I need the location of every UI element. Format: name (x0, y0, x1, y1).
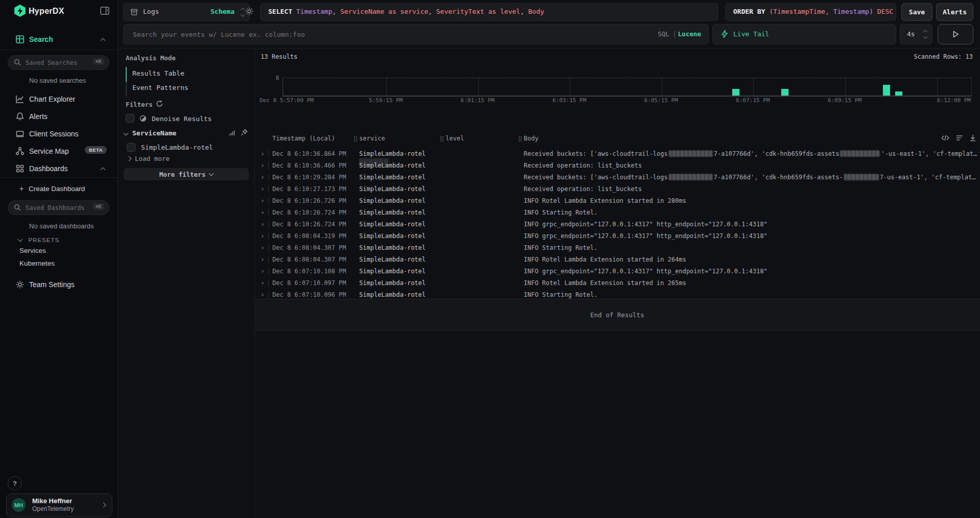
alerts-button[interactable]: Alerts (936, 3, 973, 21)
row-separator (268, 221, 269, 228)
expand-row-icon[interactable]: › (261, 208, 265, 216)
chevron-up-icon[interactable] (101, 168, 106, 173)
sidebar-item-dashboards[interactable]: Dashboards (0, 163, 118, 175)
expand-row-icon[interactable]: › (261, 173, 265, 181)
sidebar-item-team-settings[interactable]: Team Settings (0, 279, 118, 291)
refresh-icon[interactable] (156, 100, 163, 107)
expand-row-icon[interactable]: › (261, 279, 265, 287)
column-drag-handle[interactable] (518, 136, 522, 142)
facet-chart-icon[interactable] (228, 129, 236, 136)
download-icon[interactable] (969, 134, 977, 142)
order-by-input[interactable]: ORDER BY (TimestampTime, Timestamp) DESC (725, 3, 896, 21)
saved-searches-search[interactable]: ⌘K (8, 55, 109, 70)
mode-rail (126, 67, 127, 97)
gear-icon[interactable] (245, 7, 254, 16)
expand-row-icon[interactable]: › (261, 255, 265, 263)
event-search-box[interactable]: SQL | Lucene (123, 24, 709, 44)
log-row[interactable]: ›Dec 8 6:08:04.307 PMSimpleLambda-rotelI… (254, 254, 980, 266)
log-row[interactable]: ›Dec 8 6:08:04.307 PMSimpleLambda-rotelI… (254, 242, 980, 254)
saved-dashboards-input[interactable] (25, 201, 88, 215)
expand-row-icon[interactable]: › (261, 185, 265, 193)
log-row[interactable]: ›Dec 8 6:07:10.097 PMSimpleLambda-rotelI… (254, 277, 980, 289)
save-button[interactable]: Save (901, 3, 932, 21)
more-filters-button[interactable]: More filters (124, 168, 249, 180)
cell-body: Received operation: list_buckets (524, 185, 980, 193)
cell-service: SimpleLambda-rotel (359, 244, 426, 251)
select-sql: SELECT Timestamp, ServiceName as service… (268, 8, 544, 15)
sidebar-item-search[interactable]: Search (0, 34, 118, 46)
expand-row-icon[interactable]: › (261, 244, 265, 251)
mode-event-patterns[interactable]: Event Patterns (132, 84, 189, 91)
expand-row-icon[interactable]: › (261, 197, 265, 204)
select-query-input[interactable]: SELECT Timestamp, ServiceName as service… (260, 3, 718, 21)
cell-body: INFO Starting Rotel. (524, 244, 980, 251)
log-row[interactable]: ›Dec 8 6:07:10.108 PMSimpleLambda-rotelI… (254, 266, 980, 277)
load-more-link[interactable]: Load more (135, 155, 170, 162)
facet-name[interactable]: ServiceName (132, 129, 176, 137)
column-drag-handle[interactable] (354, 136, 357, 142)
log-row[interactable]: ›Dec 8 6:10:26.724 PMSimpleLambda-rotelI… (254, 207, 980, 219)
facet-value-checkbox[interactable] (127, 143, 135, 152)
lang-sql[interactable]: SQL (658, 30, 669, 38)
sidebar-item-client-sessions[interactable]: Client Sessions (0, 128, 118, 140)
sidebar-item-service-map[interactable]: Service Map BETA (0, 146, 118, 158)
expand-row-icon[interactable]: › (261, 267, 265, 275)
column-drag-handle[interactable] (440, 136, 444, 142)
no-saved-dashboards-note: No saved dashboards (29, 222, 94, 230)
col-timestamp[interactable]: Timestamp (Local) (272, 135, 335, 142)
mode-results-table[interactable]: Results Table (132, 69, 184, 77)
histogram-bar[interactable] (895, 91, 902, 96)
user-menu[interactable]: MH Mike Heffner OpenTelemetry (6, 493, 112, 517)
create-dashboard-button[interactable]: + Create Dashboard (0, 183, 118, 196)
histogram-bar[interactable] (732, 89, 739, 96)
code-view-icon[interactable] (941, 134, 949, 142)
saved-searches-input[interactable] (25, 56, 88, 69)
select-chevrons-icon (241, 8, 244, 16)
histogram-bar[interactable] (781, 89, 788, 96)
log-row[interactable]: ›Dec 8 6:08:04.319 PMSimpleLambda-rotelI… (254, 230, 980, 242)
expand-row-icon[interactable]: › (261, 161, 265, 169)
sidebar-item-chart-explorer[interactable]: Chart Explorer (0, 93, 118, 106)
divider (0, 50, 118, 50)
log-row[interactable]: ›Dec 8 6:10:36.864 PMSimpleLambda-rotelR… (254, 148, 980, 160)
chevron-up-icon[interactable] (101, 38, 106, 43)
preset-item-kubernetes[interactable]: Kubernetes (19, 260, 55, 267)
expand-row-icon[interactable]: › (261, 291, 265, 298)
lang-lucene[interactable]: Lucene (678, 30, 701, 38)
row-separator (268, 279, 269, 287)
presets-toggle[interactable]: PRESETS (18, 235, 59, 244)
log-row[interactable]: ›Dec 8 6:10:26.724 PMSimpleLambda-rotelI… (254, 219, 980, 230)
col-service[interactable]: service (359, 135, 385, 142)
col-level[interactable]: level (446, 135, 464, 142)
log-row[interactable]: ›Dec 8 6:10:26.726 PMSimpleLambda-rotelI… (254, 195, 980, 207)
expand-row-icon[interactable]: › (261, 150, 265, 157)
facet-value-label[interactable]: SimpleLambda-rotel (141, 144, 213, 151)
schema-label[interactable]: Schema (211, 8, 235, 15)
event-search-input[interactable] (132, 25, 594, 44)
col-body[interactable]: Body (524, 135, 539, 142)
log-row[interactable]: ›Dec 8 6:10:27.173 PMSimpleLambda-rotelR… (254, 183, 980, 195)
collapse-sidebar-icon[interactable] (100, 7, 109, 15)
source-select[interactable]: Logs Schema (123, 3, 250, 21)
sidebar-item-alerts[interactable]: Alerts (0, 111, 118, 123)
denoise-checkbox[interactable] (126, 114, 134, 123)
saved-dashboards-search[interactable]: ⌘K (8, 200, 109, 215)
results-histogram[interactable] (283, 78, 971, 97)
log-row[interactable]: ›Dec 8 6:10:36.466 PMSimpleLambda-rotelR… (254, 160, 980, 172)
pin-icon[interactable] (241, 129, 248, 136)
live-tail-button[interactable]: Live Tail (712, 24, 896, 44)
row-separator (268, 268, 269, 275)
histogram-bar[interactable] (883, 85, 890, 96)
hyperdx-logo-icon[interactable] (14, 5, 26, 17)
play-button[interactable] (938, 24, 973, 44)
expand-row-icon[interactable]: › (261, 220, 265, 228)
expand-row-icon[interactable]: › (261, 232, 265, 240)
cell-body: Received operation: list_buckets (524, 162, 980, 169)
wrap-lines-icon[interactable] (955, 134, 964, 142)
help-button[interactable]: ? (8, 476, 22, 490)
log-row[interactable]: ›Dec 8 6:10:29.284 PMSimpleLambda-rotelR… (254, 172, 980, 183)
interval-stepper[interactable]: 4s (900, 24, 932, 44)
chevron-down-icon[interactable] (124, 131, 129, 136)
preset-item-services[interactable]: Services (19, 247, 46, 254)
sidebar: HyperDX Search ⌘K No saved searches Char… (0, 0, 118, 518)
